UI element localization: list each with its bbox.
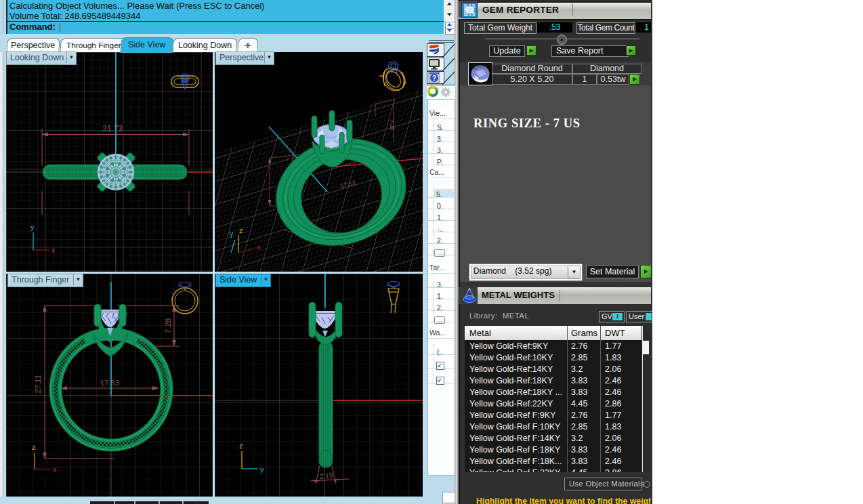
svg-text:z: z xyxy=(32,443,36,451)
svg-text:y: y xyxy=(260,465,264,474)
svg-text:7.28: 7.28 xyxy=(164,318,172,333)
svg-text:?: ? xyxy=(432,75,436,82)
svg-text:z: z xyxy=(239,442,243,450)
svg-text:x: x xyxy=(257,243,261,251)
svg-text:y: y xyxy=(230,230,234,238)
svg-text:x: x xyxy=(51,246,56,254)
svg-text:7.28: 7.28 xyxy=(388,119,396,131)
svg-text:17.53: 17.53 xyxy=(100,379,120,387)
svg-text:2.19: 2.19 xyxy=(319,471,333,480)
svg-text:27.11: 27.11 xyxy=(34,375,42,394)
svg-text:z: z xyxy=(239,226,243,234)
svg-text:21.73: 21.73 xyxy=(102,124,123,133)
svg-text:x: x xyxy=(53,465,57,474)
svg-text:y: y xyxy=(30,223,35,231)
